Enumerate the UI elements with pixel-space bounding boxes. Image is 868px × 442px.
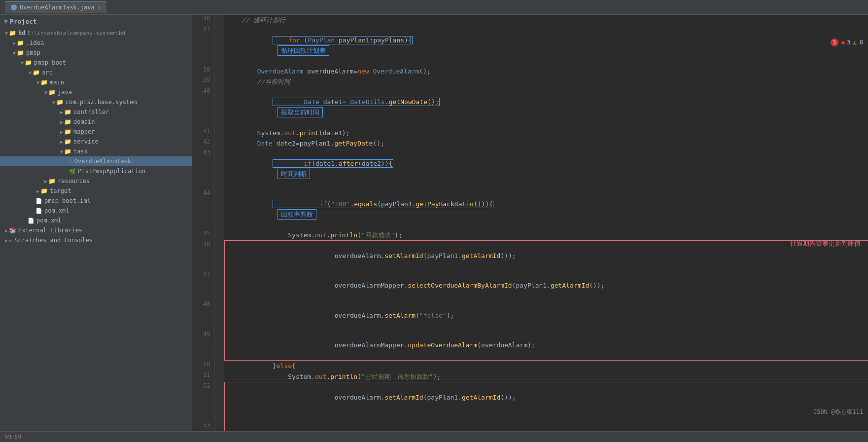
code-content-44: if("100".equals(payPlan1.getPayBackRatio… bbox=[224, 189, 868, 230]
gutter-49 bbox=[214, 331, 224, 361]
sidebar-item-ptst[interactable]: 🌿 PtstPmspApplication bbox=[0, 166, 192, 176]
code-content-45: System.out.println("回款成功"); bbox=[224, 230, 868, 241]
sidebar-item-external[interactable]: ▶ 📚 External Libraries bbox=[0, 225, 192, 235]
scratches-icon: ✏️ bbox=[9, 237, 12, 244]
code-content-42: Date date2=payPlan1.getPayDate(); bbox=[224, 138, 868, 149]
overdue-java-icon: ☕ bbox=[69, 158, 72, 165]
sidebar-item-service[interactable]: ▶ 📁 service bbox=[0, 137, 192, 147]
gutter-53 bbox=[214, 422, 224, 431]
code-content-40: Date date1= DateUtils.getNowDate(); 获取当前… bbox=[224, 87, 868, 128]
controller-folder-icon: 📁 bbox=[64, 109, 71, 115]
ptst-java-icon: 🌿 bbox=[69, 168, 76, 175]
main-folder-icon: 📁 bbox=[40, 79, 48, 86]
scratches-arrow: ▶ bbox=[5, 238, 8, 243]
pmsp-label: pmsp bbox=[26, 49, 40, 56]
sidebar-item-pmsp-boot[interactable]: ▼ 📁 pmsp-boot bbox=[0, 58, 192, 68]
sidebar-title: ▼ Project bbox=[0, 15, 192, 28]
table-row: 41 System.out.print(date1); bbox=[192, 128, 868, 139]
service-arrow: ▶ bbox=[60, 139, 63, 145]
code-content-37: for (PayPlan payPlan1:payPlans){ 循环回款计划表 bbox=[224, 26, 868, 66]
target-folder-icon: 📁 bbox=[40, 187, 48, 194]
status-text: 59:59 bbox=[5, 434, 21, 440]
if-ratio-box: if("100".equals(payPlan1.getPayBackRatio… bbox=[273, 200, 493, 208]
code-content-50: }else{ bbox=[224, 361, 868, 371]
file-tab[interactable]: OverdueAlarmTask.java × bbox=[5, 1, 106, 13]
table-row: 43 if(date1.after(date2)){ 时间判断 bbox=[192, 149, 868, 189]
table-row: 48 overdueAlarm.setAlarm("false"); bbox=[192, 300, 868, 331]
line-num-49: 49 bbox=[192, 331, 214, 361]
idea-arrow: ▶ bbox=[13, 40, 16, 46]
sidebar-item-iml[interactable]: 📄 pmsp-boot.iml bbox=[0, 196, 192, 206]
mapper-folder-icon: 📁 bbox=[64, 128, 71, 135]
table-row: 45 System.out.println("回款成功"); bbox=[192, 230, 868, 241]
pmsp-arrow: ▼ bbox=[13, 50, 16, 56]
table-row: 44 if("100".equals(payPlan1.getPayBackRa… bbox=[192, 189, 868, 230]
gutter-45 bbox=[214, 230, 224, 241]
java-folder-icon: 📁 bbox=[48, 89, 56, 96]
external-label: External Libraries bbox=[18, 227, 82, 234]
gutter-38 bbox=[214, 66, 224, 77]
top-bar: OverdueAlarmTask.java × bbox=[0, 0, 868, 15]
table-row: 37 for (PayPlan payPlan1:payPlans){ 循环回款… bbox=[192, 26, 868, 66]
src-arrow: ▼ bbox=[29, 70, 32, 75]
overdue-label: OverdueAlarmTask bbox=[74, 158, 132, 165]
line-num-36: 36 bbox=[192, 15, 214, 26]
sidebar-item-hd[interactable]: ▼ 📁 hd E:\intership\company-system\hd bbox=[0, 28, 192, 38]
line-num-50: 50 bbox=[192, 361, 214, 371]
line-num-42: 42 bbox=[192, 138, 214, 149]
target-label: target bbox=[50, 187, 71, 194]
com-arrow: ▼ bbox=[52, 100, 55, 105]
code-content-48: overdueAlarm.setAlarm("false"); bbox=[224, 300, 868, 331]
sidebar-item-scratches[interactable]: ▶ ✏️ Scratches and Consoles bbox=[0, 235, 192, 245]
hd-label: hd bbox=[18, 30, 25, 37]
table-row: 39 //当前时间 bbox=[192, 76, 868, 87]
error-count-badge: 3 bbox=[831, 38, 838, 46]
gutter-47 bbox=[214, 271, 224, 301]
line-num-51: 51 bbox=[192, 371, 214, 382]
table-row: 49 overdueAlarmMapper.updateOverdueAlarm… bbox=[192, 331, 868, 361]
code-content-39: //当前时间 bbox=[224, 76, 868, 87]
sidebar-item-main[interactable]: ▼ 📁 main bbox=[0, 77, 192, 87]
service-label: service bbox=[73, 138, 99, 145]
hd-arrow: ▼ bbox=[5, 31, 8, 36]
sidebar-item-pmsp[interactable]: ▼ 📁 pmsp bbox=[0, 48, 192, 58]
line-num-47: 47 bbox=[192, 271, 214, 301]
sidebar-item-src[interactable]: ▼ 📁 src bbox=[0, 68, 192, 77]
code-table: 36 // 循环计划行 37 for (PayPlan payPlan1:pay… bbox=[192, 15, 868, 431]
idea-label: .idea bbox=[26, 39, 44, 46]
sidebar-item-target[interactable]: ▶ 📁 target bbox=[0, 186, 192, 196]
code-area[interactable]: 3 ● 3 ⚠ 8 36 // 循环计划行 37 for bbox=[192, 15, 868, 431]
sidebar-item-mapper[interactable]: ▶ 📁 mapper bbox=[0, 127, 192, 137]
code-content-52: overdueAlarm.setAlarmId(payPlan1.getAlar… bbox=[224, 382, 868, 422]
sidebar-item-pom2[interactable]: 📄 pom.xml bbox=[0, 216, 192, 225]
gutter-36 bbox=[214, 15, 224, 26]
status-bar: 59:59 bbox=[0, 431, 868, 442]
code-content-43: if(date1.after(date2)){ 时间判断 bbox=[224, 149, 868, 189]
sidebar-item-pom1[interactable]: 📄 pom.xml bbox=[0, 206, 192, 216]
line-num-52: 52 bbox=[192, 382, 214, 422]
main-layout: ▼ Project ▼ 📁 hd E:\intership\company-sy… bbox=[0, 15, 868, 431]
line-num-48: 48 bbox=[192, 300, 214, 331]
resources-arrow: ▶ bbox=[44, 179, 47, 184]
warn-count: 8 bbox=[860, 39, 863, 46]
main-label: main bbox=[50, 79, 64, 86]
external-icon: 📚 bbox=[9, 227, 16, 234]
loop-annotation: 循环回款计划表 bbox=[278, 45, 329, 56]
sidebar-item-overdue[interactable]: ☕ OverdueAlarmTask bbox=[0, 156, 192, 166]
sidebar-item-controller[interactable]: ▶ 📁 controller bbox=[0, 107, 192, 117]
sidebar-item-domain[interactable]: ▶ 📁 domain bbox=[0, 117, 192, 127]
gutter-39 bbox=[214, 76, 224, 87]
line-num-53: 53 bbox=[192, 422, 214, 431]
sidebar-item-resources[interactable]: ▶ 📁 resources bbox=[0, 176, 192, 186]
gutter-44 bbox=[214, 189, 224, 230]
tab-close-button[interactable]: × bbox=[98, 4, 101, 11]
line-num-43: 43 bbox=[192, 149, 214, 189]
sidebar-item-idea[interactable]: ▶ 📁 .idea bbox=[0, 38, 192, 48]
gutter-40 bbox=[214, 87, 224, 128]
table-row: 52 overdueAlarm.setAlarmId(payPlan1.getA… bbox=[192, 382, 868, 422]
line-num-37: 37 bbox=[192, 26, 214, 66]
sidebar-item-task[interactable]: ▼ 📁 task bbox=[0, 147, 192, 156]
sidebar-item-com[interactable]: ▼ 📁 com.ptsz.base.system bbox=[0, 97, 192, 107]
com-label: com.ptsz.base.system bbox=[66, 99, 137, 106]
sidebar-item-java[interactable]: ▼ 📁 java bbox=[0, 87, 192, 97]
